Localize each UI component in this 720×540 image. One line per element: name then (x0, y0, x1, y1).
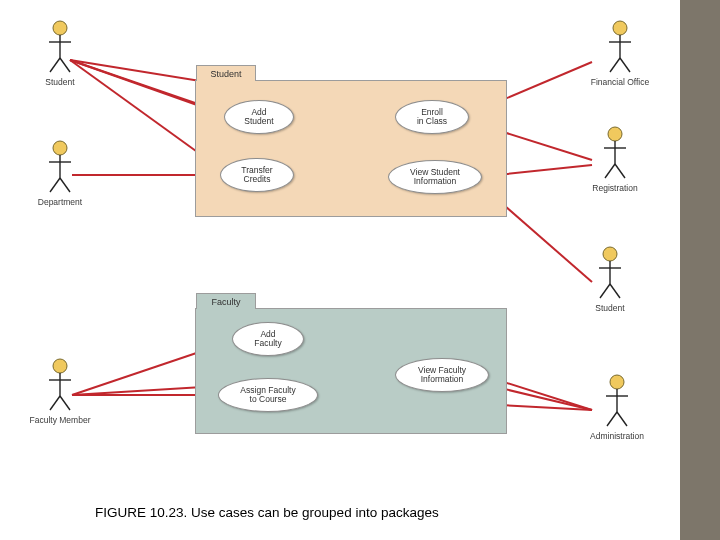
diagram-canvas: Student Faculty AddStudent Enrollin Clas… (0, 0, 680, 540)
stick-figure-icon (45, 358, 75, 413)
svg-line-29 (60, 396, 70, 410)
actor-registration-label: Registration (580, 183, 650, 193)
svg-line-48 (607, 412, 617, 426)
actor-faculty-member: Faculty Member (22, 358, 98, 425)
actor-department: Department (30, 140, 90, 207)
actor-administration: Administration (578, 374, 656, 441)
usecase-view-faculty-info: View FacultyInformation (395, 358, 489, 392)
svg-line-43 (600, 284, 610, 298)
package-student: Student (195, 80, 507, 217)
sidebar-stripe (680, 0, 720, 540)
actor-faculty-member-label: Faculty Member (22, 415, 98, 425)
usecase-transfer-credits: TransferCredits (220, 158, 294, 192)
usecase-view-student-info: View StudentInformation (388, 160, 482, 194)
package-student-label: Student (210, 69, 241, 79)
usecase-enroll-in-class: Enrollin Class (395, 100, 469, 134)
svg-point-25 (53, 359, 67, 373)
actor-financial-office: Financial Office (580, 20, 660, 87)
stick-figure-icon (45, 140, 75, 195)
package-faculty-tab: Faculty (196, 293, 256, 309)
actor-student-left-label: Student (30, 77, 90, 87)
stick-figure-icon (595, 246, 625, 301)
svg-line-24 (60, 178, 70, 192)
actor-student-left: Student (30, 20, 90, 87)
svg-line-44 (610, 284, 620, 298)
svg-point-40 (603, 247, 617, 261)
svg-line-49 (617, 412, 627, 426)
svg-point-15 (53, 21, 67, 35)
svg-line-19 (60, 58, 70, 72)
svg-line-18 (50, 58, 60, 72)
actor-administration-label: Administration (578, 431, 656, 441)
actor-student-right: Student (580, 246, 640, 313)
actor-registration: Registration (580, 126, 650, 193)
svg-line-23 (50, 178, 60, 192)
svg-point-20 (53, 141, 67, 155)
svg-line-39 (615, 164, 625, 178)
package-student-tab: Student (196, 65, 256, 81)
stick-figure-icon (602, 374, 632, 429)
usecase-add-faculty: AddFaculty (232, 322, 304, 356)
stick-figure-icon (600, 126, 630, 181)
svg-point-30 (613, 21, 627, 35)
actor-student-right-label: Student (580, 303, 640, 313)
stick-figure-icon (605, 20, 635, 75)
stick-figure-icon (45, 20, 75, 75)
actor-financial-office-label: Financial Office (580, 77, 660, 87)
svg-line-34 (620, 58, 630, 72)
usecase-add-student: AddStudent (224, 100, 294, 134)
svg-line-28 (50, 396, 60, 410)
svg-point-35 (608, 127, 622, 141)
actor-department-label: Department (30, 197, 90, 207)
usecase-assign-faculty-to-course: Assign Facultyto Course (218, 378, 318, 412)
package-faculty-label: Faculty (211, 297, 240, 307)
figure-caption: FIGURE 10.23. Use cases can be grouped i… (95, 505, 439, 520)
svg-line-33 (610, 58, 620, 72)
svg-line-38 (605, 164, 615, 178)
svg-point-45 (610, 375, 624, 389)
